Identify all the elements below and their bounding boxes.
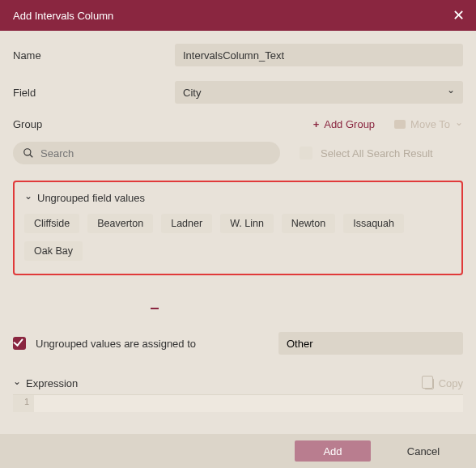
- copy-button[interactable]: Copy: [424, 377, 463, 389]
- field-select-value: City: [183, 87, 201, 99]
- chevron-down-icon: [447, 87, 455, 98]
- search-box[interactable]: [13, 142, 280, 164]
- field-value-chip[interactable]: Cliffside: [24, 214, 79, 233]
- add-group-label: Add Group: [324, 118, 375, 130]
- expression-toggle[interactable]: Expression: [13, 377, 78, 389]
- add-button[interactable]: Add: [295, 440, 371, 462]
- divider: [151, 308, 159, 309]
- cancel-button[interactable]: Cancel: [385, 440, 461, 462]
- copy-icon: [424, 378, 434, 389]
- name-input[interactable]: [175, 44, 463, 66]
- search-input[interactable]: [40, 147, 270, 160]
- close-icon[interactable]: ✕: [453, 8, 465, 23]
- field-value-chip[interactable]: Oak Bay: [24, 241, 83, 261]
- chevron-down-icon: [24, 193, 32, 204]
- name-label: Name: [13, 49, 175, 62]
- assign-label: Ungrouped values are assigned to: [36, 338, 269, 350]
- field-value-chip[interactable]: Issaquah: [343, 214, 404, 233]
- move-to-button: Move To: [394, 118, 463, 130]
- field-value-chip[interactable]: W. Linn: [220, 214, 274, 233]
- field-value-chip[interactable]: Ladner: [161, 214, 212, 233]
- field-value-chip[interactable]: Newton: [282, 214, 335, 233]
- plus-icon: +: [313, 118, 320, 130]
- expression-label: Expression: [26, 377, 78, 389]
- line-number: 1: [13, 395, 34, 412]
- code-line[interactable]: [34, 395, 463, 412]
- add-group-button[interactable]: + Add Group: [313, 118, 375, 130]
- select-all-label: Select All Search Result: [321, 147, 433, 160]
- assign-checkbox[interactable]: [13, 337, 26, 350]
- expression-editor[interactable]: 1: [13, 394, 463, 412]
- search-icon: [23, 147, 34, 159]
- ungrouped-panel: Ungrouped field values CliffsideBeaverto…: [13, 181, 463, 275]
- checkbox-icon[interactable]: [300, 147, 312, 160]
- folder-icon: [394, 120, 406, 129]
- move-to-label: Move To: [410, 118, 450, 130]
- dialog-titlebar: Add Intervals Column ✕: [0, 0, 476, 31]
- select-all-search[interactable]: Select All Search Result: [300, 147, 463, 160]
- copy-label: Copy: [439, 377, 463, 389]
- field-select[interactable]: City: [175, 81, 463, 104]
- svg-line-1: [30, 155, 33, 158]
- dialog-title: Add Intervals Column: [13, 10, 113, 22]
- ungrouped-title: Ungrouped field values: [37, 192, 145, 204]
- ungrouped-toggle[interactable]: Ungrouped field values: [24, 192, 452, 204]
- assign-input[interactable]: [278, 332, 463, 355]
- field-value-chip[interactable]: Beaverton: [87, 214, 153, 233]
- chevron-down-icon: [13, 378, 21, 389]
- dialog-footer: Add Cancel: [0, 434, 476, 468]
- field-label: Field: [13, 87, 175, 99]
- chevron-down-icon: [455, 119, 463, 130]
- group-label: Group: [13, 118, 175, 130]
- svg-point-0: [24, 149, 31, 155]
